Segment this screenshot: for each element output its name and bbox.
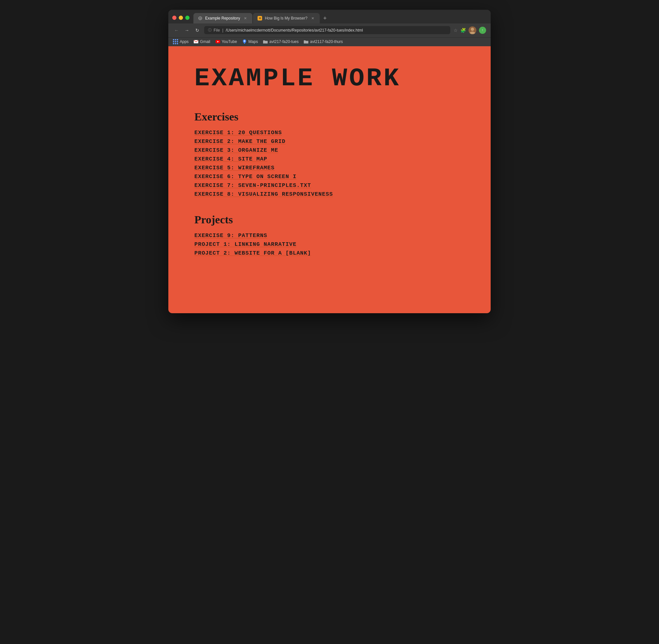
folder-thurs-icon bbox=[304, 39, 308, 44]
close-button[interactable] bbox=[172, 16, 177, 20]
url-actions: ☆ 🧩 ↑ bbox=[454, 26, 486, 34]
tab-title-2: How Big Is My Browser? bbox=[265, 16, 308, 21]
exercise-8-link[interactable]: EXERCISE 8: VISUALIZING RESPONSIVENESS bbox=[195, 191, 333, 197]
exercise-4-link[interactable]: EXERCISE 4: SITE MAP bbox=[195, 156, 267, 162]
list-item: EXERCISE 6: TYPE ON SCREEN I bbox=[195, 174, 464, 180]
svg-point-3 bbox=[471, 28, 474, 31]
maximize-button[interactable] bbox=[185, 16, 189, 20]
url-bar[interactable]: ⓘ File | /Users/michaelmcdermott/Documen… bbox=[204, 26, 450, 34]
bookmark-avt-thurs-label: avt2117-fa20-thurs bbox=[310, 39, 343, 44]
svg-point-8 bbox=[244, 40, 245, 42]
bookmark-star-icon[interactable]: ☆ bbox=[454, 28, 458, 33]
minimize-button[interactable] bbox=[179, 16, 183, 20]
tab-favicon-1 bbox=[198, 16, 203, 21]
url-display: File | /Users/michaelmcdermott/Documents… bbox=[213, 28, 447, 32]
exercises-section: Exercises EXERCISE 1: 20 QUESTIONS EXERC… bbox=[195, 111, 464, 197]
list-item: EXERCISE 8: VISUALIZING RESPONSIVENESS bbox=[195, 191, 464, 197]
nav-bar: ← → ↻ ⓘ File | /Users/michaelmcdermott/D… bbox=[168, 23, 491, 38]
gmail-icon bbox=[194, 39, 198, 44]
list-item: EXERCISE 4: SITE MAP bbox=[195, 156, 464, 162]
exercise-1-link[interactable]: EXERCISE 1: 20 QUESTIONS bbox=[195, 130, 282, 136]
folder-tues-icon bbox=[263, 39, 268, 44]
exercise-2-link[interactable]: EXERCISE 2: MAKE THE GRID bbox=[195, 138, 286, 144]
title-bar: Example Repository ✕ H How Big Is My Bro… bbox=[168, 10, 491, 46]
bookmark-avt-tues-label: avt217-fa20-tues bbox=[269, 39, 299, 44]
tab-favicon-2: H bbox=[257, 16, 262, 21]
apps-grid-icon bbox=[173, 39, 178, 44]
browser-window: Example Repository ✕ H How Big Is My Bro… bbox=[168, 10, 491, 313]
exercise-7-link[interactable]: EXERCISE 7: SEVEN-PRINCIPLES.TXT bbox=[195, 182, 311, 188]
list-item: EXERCISE 7: SEVEN-PRINCIPLES.TXT bbox=[195, 182, 464, 188]
tab-example-repository[interactable]: Example Repository ✕ bbox=[194, 13, 252, 23]
list-item: EXERCISE 2: MAKE THE GRID bbox=[195, 138, 464, 144]
bookmark-apps[interactable]: Apps bbox=[173, 39, 188, 44]
forward-button[interactable]: → bbox=[183, 27, 190, 34]
exercise-5-link[interactable]: EXERCISE 5: WIREFRAMES bbox=[195, 165, 274, 171]
list-item: PROJECT 2: WEBSITE FOR A [BLANK] bbox=[195, 250, 464, 256]
bookmark-maps-label: Maps bbox=[248, 39, 258, 44]
url-info-icon: ⓘ bbox=[208, 28, 212, 32]
page-title: EXAMPLE WORK bbox=[195, 66, 464, 91]
list-item: EXERCISE 5: WIREFRAMES bbox=[195, 165, 464, 171]
tab-list: Example Repository ✕ H How Big Is My Bro… bbox=[194, 13, 487, 23]
exercises-list: EXERCISE 1: 20 QUESTIONS EXERCISE 2: MAK… bbox=[195, 130, 464, 197]
new-tab-button[interactable]: + bbox=[320, 14, 330, 23]
project-2-link[interactable]: PROJECT 2: WEBSITE FOR A [BLANK] bbox=[195, 250, 311, 256]
profile-sync-icon[interactable]: ↑ bbox=[479, 27, 486, 34]
bookmark-maps[interactable]: Maps bbox=[242, 39, 258, 44]
bookmark-avt-tues[interactable]: avt217-fa20-tues bbox=[263, 39, 299, 44]
bookmark-avt-thurs[interactable]: avt2117-fa20-thurs bbox=[304, 39, 343, 44]
list-item: PROJECT 1: LINKING NARRATIVE bbox=[195, 241, 464, 248]
bookmarks-bar: Apps Gmail YouTube Maps bbox=[168, 38, 491, 46]
extensions-icon[interactable]: 🧩 bbox=[460, 28, 466, 33]
exercise-6-link[interactable]: EXERCISE 6: TYPE ON SCREEN I bbox=[195, 174, 297, 180]
tab-close-2[interactable]: ✕ bbox=[310, 16, 315, 21]
exercises-heading: Exercises bbox=[195, 111, 464, 123]
url-path: /Users/michaelmcdermott/Documents/Reposi… bbox=[226, 28, 363, 32]
back-button[interactable]: ← bbox=[173, 27, 180, 34]
list-item: EXERCISE 9: PATTERNS bbox=[195, 232, 464, 239]
profile-avatar[interactable] bbox=[469, 26, 476, 34]
bookmark-apps-label: Apps bbox=[180, 39, 188, 44]
url-protocol: File bbox=[213, 28, 220, 32]
bookmark-gmail[interactable]: Gmail bbox=[194, 39, 210, 44]
youtube-icon bbox=[215, 39, 220, 44]
svg-point-4 bbox=[470, 31, 475, 34]
traffic-lights bbox=[172, 16, 189, 20]
tab-how-big-browser[interactable]: H How Big Is My Browser? ✕ bbox=[253, 13, 320, 23]
tab-title-1: Example Repository bbox=[205, 16, 240, 21]
list-item: EXERCISE 3: ORGANIZE ME bbox=[195, 147, 464, 153]
bookmark-youtube-label: YouTube bbox=[222, 39, 237, 44]
projects-list: EXERCISE 9: PATTERNS PROJECT 1: LINKING … bbox=[195, 232, 464, 256]
reload-button[interactable]: ↻ bbox=[194, 27, 201, 34]
exercise-9-link[interactable]: EXERCISE 9: PATTERNS bbox=[195, 232, 267, 239]
project-1-link[interactable]: PROJECT 1: LINKING NARRATIVE bbox=[195, 241, 297, 248]
tab-close-1[interactable]: ✕ bbox=[243, 16, 248, 21]
exercise-3-link[interactable]: EXERCISE 3: ORGANIZE ME bbox=[195, 147, 278, 153]
projects-section: Projects EXERCISE 9: PATTERNS PROJECT 1:… bbox=[195, 213, 464, 256]
bookmark-youtube[interactable]: YouTube bbox=[215, 39, 237, 44]
projects-heading: Projects bbox=[195, 213, 464, 226]
list-item: EXERCISE 1: 20 QUESTIONS bbox=[195, 130, 464, 136]
page-content: EXAMPLE WORK Exercises EXERCISE 1: 20 QU… bbox=[168, 46, 491, 313]
bookmark-gmail-label: Gmail bbox=[200, 39, 210, 44]
maps-icon bbox=[242, 39, 247, 44]
